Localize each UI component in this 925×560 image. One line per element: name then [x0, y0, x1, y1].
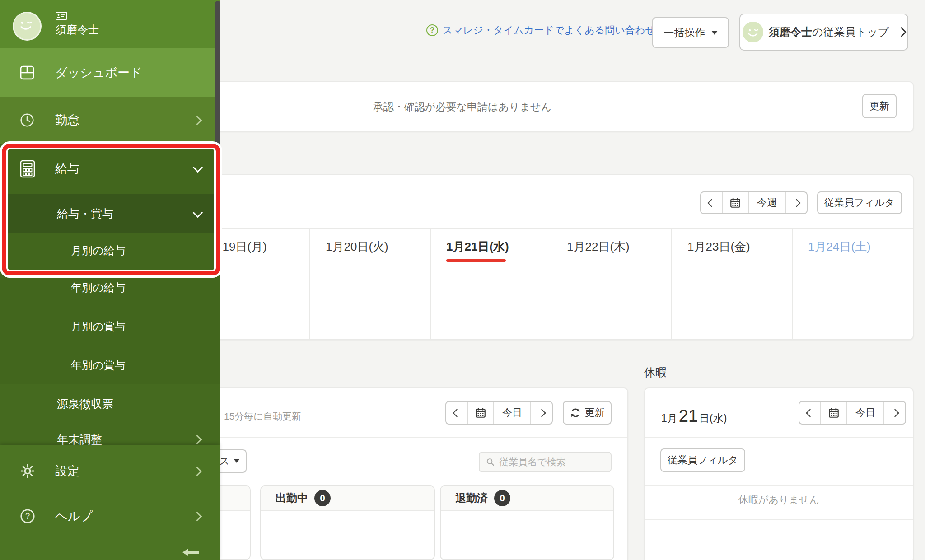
sidebar-item-settings[interactable]: 設定	[0, 449, 220, 493]
sidebar-item-label: 月別の給与	[71, 243, 126, 258]
sidebar-item-label: 給与・賞与	[57, 206, 113, 221]
today-underline	[446, 259, 506, 262]
employee-filter-button[interactable]: 従業員フィルタ	[817, 191, 902, 214]
chevron-down-icon	[193, 207, 203, 218]
user-name: 須磨令士	[56, 23, 99, 37]
faq-link-label: スマレジ・タイムカードでよくある問い合わせ	[443, 23, 655, 37]
day-cell-tue[interactable]: 1月20日(火)	[309, 229, 430, 339]
attendance-status-card: 15分毎に自動更新 今日	[179, 387, 628, 560]
sidebar-item-attendance[interactable]: 勤怠	[0, 97, 220, 144]
employee-top-name: 須磨令士	[769, 26, 812, 38]
prev-week-button[interactable]	[701, 192, 722, 213]
employee-search	[479, 452, 612, 472]
faq-link[interactable]: ? スマレジ・タイムカードでよくある問い合わせ	[426, 23, 655, 37]
sidebar-item-help[interactable]: ? ヘルプ	[0, 495, 220, 538]
sidebar-item-payroll-bonus[interactable]: 給与・賞与	[0, 194, 220, 233]
sidebar-item-monthly-bonus[interactable]: 月別の賞与	[0, 307, 220, 346]
sidebar-item-label: 源泉徴収票	[57, 397, 113, 411]
auto-refresh-note: 15分毎に自動更新	[224, 410, 301, 423]
today-button[interactable]: 今日	[493, 402, 530, 424]
next-day-button[interactable]	[883, 402, 905, 424]
chevron-right-icon	[192, 511, 202, 521]
chevron-right-icon	[897, 27, 907, 37]
refresh-approvals-button[interactable]: 更新	[862, 94, 897, 118]
sidebar-item-payroll[interactable]: 給与	[0, 144, 220, 194]
next-week-button[interactable]	[785, 192, 807, 213]
help-circle-icon: ?	[426, 24, 438, 36]
day-label: 1月20日(火)	[326, 239, 388, 255]
sidebar-item-label: 年別の給与	[71, 280, 126, 295]
status-group-label: 出勤中	[276, 491, 308, 505]
sidebar-item-label: 月別の賞与	[71, 319, 126, 334]
status-panel-working: 出勤中 0	[260, 485, 435, 560]
leave-date-weekday: 日(水)	[699, 411, 727, 425]
collapse-sidebar-arrow-icon[interactable]	[188, 551, 199, 554]
bulk-actions-button[interactable]: 一括操作	[652, 17, 729, 48]
chevron-right-icon	[792, 199, 800, 207]
refresh-attendance-button[interactable]: 更新	[563, 401, 612, 425]
avatar	[743, 22, 763, 42]
next-day-button[interactable]	[530, 402, 552, 424]
sidebar-item-yearly-payroll[interactable]: 年別の給与	[0, 268, 220, 307]
sidebar-item-label: ヘルプ	[55, 508, 93, 524]
today-button[interactable]: 今日	[846, 402, 883, 424]
sidebar: 須磨令士 ダッシュボード 勤怠	[0, 0, 220, 560]
clock-icon	[20, 113, 34, 127]
attendance-datepicker-button[interactable]	[467, 402, 493, 424]
week-nav: 今週	[700, 191, 808, 214]
leave-date-nav: 今日	[799, 401, 906, 425]
leave-date: 1月 21 日(水)	[661, 406, 727, 426]
divider	[645, 437, 913, 438]
employee-top-button[interactable]: 須磨令士の従業員トップ	[739, 14, 908, 51]
employee-filter-button[interactable]: 従業員フィルタ	[660, 448, 745, 472]
calendar-icon	[729, 197, 741, 209]
id-card-icon	[56, 12, 67, 20]
leave-date-day: 21	[679, 406, 698, 426]
sidebar-item-label: ダッシュボード	[55, 65, 142, 81]
day-cell-today[interactable]: 1月21日(水)	[430, 229, 551, 339]
day-label: 1月22日(木)	[567, 239, 630, 255]
sidebar-item-label: 年別の賞与	[71, 358, 126, 373]
leave-card: 1月 21 日(水) 今日 従業員フィル	[644, 387, 914, 560]
leave-datepicker-button[interactable]	[820, 402, 846, 424]
user-avatar	[13, 12, 42, 41]
day-cell-thu[interactable]: 1月22日(木)	[551, 229, 671, 339]
calendar-icon	[828, 407, 840, 419]
dashboard-icon	[20, 65, 34, 80]
svg-text:?: ?	[25, 511, 30, 521]
sidebar-item-label: 設定	[55, 463, 79, 479]
pending-approvals-message: 承認・確認が必要な申請はありません	[373, 100, 551, 114]
divider	[180, 437, 627, 438]
prev-day-button[interactable]	[446, 402, 467, 424]
question-circle-icon: ?	[20, 509, 35, 524]
sidebar-item-label: 勤怠	[55, 112, 79, 128]
divider	[645, 519, 913, 520]
sidebar-item-dashboard[interactable]: ダッシュボード	[0, 48, 220, 97]
chevron-left-icon	[806, 409, 814, 417]
divider	[645, 485, 913, 486]
chevron-right-icon	[192, 466, 202, 476]
status-group-label: 退勤済	[455, 491, 488, 505]
sidebar-scrollbar-thumb[interactable]	[215, 1, 220, 205]
chevron-left-icon	[707, 199, 715, 207]
sidebar-user[interactable]: 須磨令士	[0, 0, 220, 48]
gear-icon	[20, 463, 35, 479]
chevron-left-icon	[453, 409, 461, 417]
sidebar-item-monthly-payroll[interactable]: 月別の給与	[0, 233, 220, 268]
sidebar-item-yearly-bonus[interactable]: 年別の賞与	[0, 346, 220, 384]
day-cell-sat[interactable]: 1月24日(土)	[792, 229, 912, 339]
search-icon	[486, 457, 495, 467]
bulk-actions-label: 一括操作	[664, 26, 705, 40]
leave-empty-message: 休暇がありません	[645, 493, 913, 507]
status-dropdown-label: ス	[219, 454, 229, 468]
week-datepicker-button[interactable]	[722, 192, 748, 213]
count-badge: 0	[314, 490, 331, 506]
prev-day-button[interactable]	[799, 402, 820, 424]
this-week-button[interactable]: 今週	[748, 192, 785, 213]
employee-search-input[interactable]	[498, 456, 604, 468]
sidebar-item-withholding-slip[interactable]: 源泉徴収票	[0, 384, 220, 423]
calendar-icon	[475, 407, 486, 419]
day-cell-fri[interactable]: 1月23日(金)	[671, 229, 792, 339]
leave-date-month: 1月	[661, 411, 677, 425]
status-panel-header: 出勤中 0	[261, 486, 434, 511]
